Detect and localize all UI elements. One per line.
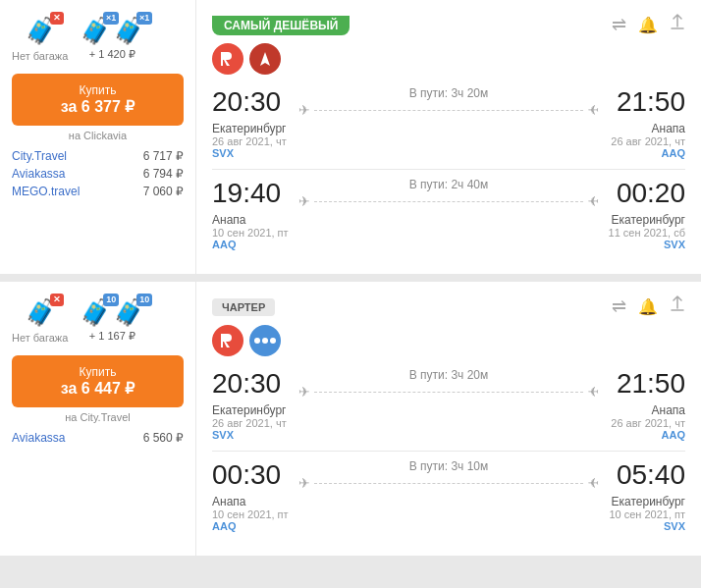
from-iata: SVX — [212, 147, 287, 159]
to-date: 10 сен 2021, пт — [609, 508, 685, 520]
flight-time-row: 19:40 В пути: 2ч 40м ✈ ✈ 00:20 — [212, 178, 685, 209]
from-info: Анапа 10 сен 2021, пт AAQ — [212, 495, 289, 532]
to-info: Анапа 26 авг 2021, чт AAQ — [611, 403, 685, 441]
from-info: Екатеринбург 26 авг 2021, чт SVX — [212, 122, 287, 159]
to-date: 26 авг 2021, чт — [611, 417, 685, 429]
share-icon[interactable] — [670, 14, 685, 35]
alt-price-value: 6 717 ₽ — [143, 149, 184, 163]
dashed-line — [314, 110, 583, 111]
airline-logo-dots — [249, 325, 281, 356]
to-iata: AAQ — [611, 147, 685, 159]
plane-arrive-icon: ✈ — [587, 102, 599, 118]
top-left-badge: САМЫЙ ДЕШЁВЫЙ — [212, 16, 350, 33]
to-info: Екатеринбург 10 сен 2021, пт SVX — [609, 495, 685, 532]
right-panel: ЧАРТЕР ⇌ 🔔 20:30 В пути: 3ч 20м ✈ ✈ — [196, 282, 701, 556]
baggage-icon-wrap-1: 🧳 ✕ — [25, 297, 56, 328]
baggage-row: 🧳 ✕ Нет багажа 🧳 10 🧳 10 + 1 167 ₽ — [12, 297, 184, 344]
card-2: 🧳 ✕ Нет багажа 🧳 10 🧳 10 + 1 167 ₽ Купит… — [0, 282, 701, 556]
flight-line: ✈ ✈ — [298, 193, 599, 209]
alt-price-name[interactable]: Aviakassa — [12, 167, 65, 181]
via-label: на City.Travel — [65, 411, 131, 423]
bell-icon[interactable]: 🔔 — [638, 16, 658, 34]
flight-line: ✈ ✈ — [298, 384, 599, 400]
to-iata: AAQ — [611, 429, 685, 441]
flight-middle: В пути: 3ч 20м ✈ ✈ — [291, 368, 607, 400]
alt-price-row: City.Travel 6 717 ₽ — [12, 149, 184, 163]
baggage-item-1: 🧳 ✕ Нет багажа — [12, 297, 68, 344]
alt-price-value: 6 794 ₽ — [143, 167, 184, 181]
card-1: 🧳 ✕ Нет багажа 🧳 ×1 🧳 ×1 + 1 420 ₽ Купит… — [0, 0, 701, 274]
to-iata: SVX — [609, 520, 685, 532]
flight-city-row: Анапа 10 сен 2021, пт AAQ Екатеринбург 1… — [212, 213, 685, 250]
flight-city-row: Екатеринбург 26 авг 2021, чт SVX Анапа 2… — [212, 403, 685, 441]
airline-logo-a — [249, 43, 281, 75]
from-info: Анапа 10 сен 2021, пт AAQ — [212, 213, 289, 250]
alt-price-row: MEGO.travel 7 060 ₽ — [12, 185, 184, 198]
bell-icon[interactable]: 🔔 — [638, 297, 658, 316]
arrive-time: 05:40 — [607, 459, 685, 491]
filter-icon[interactable]: ⇌ — [612, 14, 626, 35]
dashed-line — [314, 392, 583, 393]
flight-time-row: 20:30 В пути: 3ч 20м ✈ ✈ 21:50 — [212, 368, 685, 400]
flight-separator — [212, 169, 685, 170]
plane-depart-icon: ✈ — [298, 384, 310, 400]
to-city: Екатеринбург — [609, 495, 685, 508]
from-info: Екатеринбург 26 авг 2021, чт SVX — [212, 403, 287, 441]
bag-wrap-a: 🧳 ×1 — [80, 16, 111, 46]
alt-price-value: 7 060 ₽ — [143, 185, 184, 198]
baggage-badge-1: ✕ — [50, 294, 64, 306]
flight-middle: В пути: 2ч 40м ✈ ✈ — [291, 178, 607, 209]
to-city: Екатеринбург — [609, 213, 685, 227]
arrive-time: 00:20 — [607, 178, 685, 209]
to-iata: SVX — [609, 239, 685, 250]
share-icon[interactable] — [670, 295, 685, 317]
buy-button[interactable]: Купитьза 6 377 ₽ — [12, 74, 184, 126]
bag-wrap-a: 🧳 10 — [80, 297, 111, 328]
plane-depart-icon: ✈ — [298, 102, 310, 118]
flight-middle: В пути: 3ч 10м ✈ ✈ — [291, 459, 607, 491]
from-iata: SVX — [212, 429, 287, 441]
buy-price: за 6 447 ₽ — [12, 379, 184, 398]
plane-depart-icon: ✈ — [298, 193, 310, 209]
flight-duration: В пути: 3ч 10м — [409, 459, 489, 473]
baggage-item-1: 🧳 ✕ Нет багажа — [12, 16, 68, 62]
alt-price-name[interactable]: City.Travel — [12, 149, 67, 163]
buy-button[interactable]: Купитьза 6 447 ₽ — [12, 355, 184, 407]
buy-line1: Купить — [12, 365, 184, 379]
via-label: на Clickavia — [69, 130, 127, 141]
to-date: 11 сен 2021, сб — [609, 227, 685, 239]
depart-time: 20:30 — [212, 368, 291, 400]
plane-depart-icon: ✈ — [298, 475, 310, 491]
baggage-badge-1: ✕ — [50, 12, 64, 25]
flight-time-row: 00:30 В пути: 3ч 10м ✈ ✈ 05:40 — [212, 459, 685, 491]
flight-duration: В пути: 2ч 40м — [409, 178, 489, 191]
to-city: Анапа — [611, 122, 685, 135]
from-date: 26 авг 2021, чт — [212, 417, 287, 429]
depart-time: 19:40 — [212, 178, 291, 209]
alt-price-value: 6 560 ₽ — [143, 431, 184, 445]
airline-logo-r — [212, 325, 243, 356]
flight-city-row: Екатеринбург 26 авг 2021, чт SVX Анапа 2… — [212, 122, 685, 159]
airline-logos — [212, 325, 685, 356]
to-info: Екатеринбург 11 сен 2021, сб SVX — [609, 213, 685, 250]
alt-price-name[interactable]: MEGO.travel — [12, 185, 80, 198]
right-panel: САМЫЙ ДЕШЁВЫЙ ⇌ 🔔 20:30 В пути: 3ч 20м ✈ — [196, 0, 701, 274]
buy-line1: Купить — [12, 83, 184, 97]
arrive-time: 21:50 — [607, 368, 685, 400]
baggage-label-1: Нет багажа — [12, 332, 68, 344]
alt-price-name[interactable]: Aviakassa — [12, 431, 65, 445]
dashed-line — [314, 483, 583, 484]
bag-wrap-b: 🧳 ×1 — [113, 16, 144, 46]
from-date: 10 сен 2021, пт — [212, 508, 289, 520]
alt-prices: Aviakassa 6 560 ₽ — [12, 431, 184, 449]
plane-arrive-icon: ✈ — [587, 384, 599, 400]
plane-arrive-icon: ✈ — [587, 475, 599, 491]
flight-city-row: Анапа 10 сен 2021, пт AAQ Екатеринбург 1… — [212, 495, 685, 532]
baggage-item-2: 🧳 10 🧳 10 + 1 167 ₽ — [80, 297, 144, 343]
alt-prices: City.Travel 6 717 ₽ Aviakassa 6 794 ₽ ME… — [12, 149, 184, 202]
baggage-row: 🧳 ✕ Нет багажа 🧳 ×1 🧳 ×1 + 1 420 ₽ — [12, 16, 184, 62]
flight-line: ✈ ✈ — [298, 475, 599, 491]
filter-icon[interactable]: ⇌ — [612, 295, 626, 317]
airline-logos — [212, 43, 685, 75]
dashed-line — [314, 201, 583, 202]
